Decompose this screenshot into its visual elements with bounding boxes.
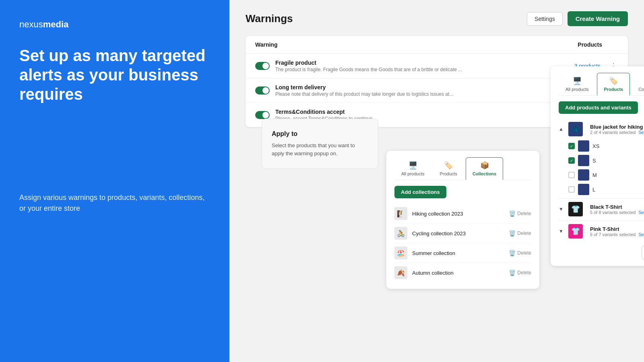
bottom-actions: Cancel Save bbox=[559, 246, 644, 259]
delete-autumn[interactable]: 🗑️ Delete bbox=[509, 269, 531, 276]
collection-name-autumn: Autumn collection bbox=[412, 270, 509, 276]
tab-products-collections[interactable]: 🏷️ Products bbox=[433, 157, 464, 180]
collection-icon-summer: 🏖️ bbox=[394, 247, 407, 259]
list-item: 🚴 Cycling collection 2023 🗑️ Delete bbox=[394, 224, 531, 243]
product-variants-black: 5 of 8 variants selected Select All bbox=[590, 210, 644, 215]
chevron-black[interactable]: ▼ bbox=[559, 206, 565, 212]
products-panel: 🖥️ All products 🏷️ Products 📦 Collection… bbox=[551, 66, 644, 266]
product-group-header-pink: ▼ 👕 Pink T-Shirt 6 of 7 variants selecte… bbox=[559, 220, 644, 241]
toggle-terms[interactable] bbox=[255, 111, 270, 119]
variant-row-m: M bbox=[559, 168, 644, 182]
tab-products-label2: Products bbox=[604, 87, 623, 92]
warning-name-delivery: Long term delivery bbox=[275, 84, 520, 90]
apply-to-box: Apply to Select the products that you wa… bbox=[262, 119, 378, 169]
collections-tab-bar: 🖥️ All products 🏷️ Products 📦 Collection… bbox=[394, 157, 531, 180]
tab-collections-label2: Collections bbox=[638, 87, 644, 92]
variant-row-xs: XS bbox=[559, 139, 644, 153]
variant-name-l: L bbox=[592, 187, 595, 193]
toggle-delivery[interactable] bbox=[255, 86, 270, 95]
all-products-icon: 🖥️ bbox=[409, 161, 417, 170]
collection-icon-hiking: 🧗 bbox=[394, 207, 407, 220]
list-item: 🍂 Autumn collection 🗑️ Delete bbox=[394, 263, 531, 282]
left-panel: nexusmedia Set up as many targeted alert… bbox=[0, 0, 229, 362]
product-name-group-pink: Pink T-Shirt 6 of 7 variants selected Se… bbox=[590, 226, 644, 237]
col-header-warning: Warning bbox=[255, 41, 522, 48]
add-collections-button[interactable]: Add collections bbox=[394, 186, 446, 198]
variant-thumb-l bbox=[578, 184, 589, 195]
checkbox-xs[interactable] bbox=[568, 143, 575, 149]
hero-text: Set up as many targeted alerts as your b… bbox=[19, 46, 210, 104]
cancel-button[interactable]: Cancel bbox=[642, 246, 644, 259]
chevron-jacket[interactable]: ▲ bbox=[559, 126, 565, 132]
create-warning-button[interactable]: Create Warning bbox=[568, 11, 628, 26]
add-products-button[interactable]: Add products and variants bbox=[559, 101, 638, 114]
warning-desc-fragile: The product is fragile. Fragile Goods me… bbox=[275, 67, 520, 72]
variant-row-l: L bbox=[559, 182, 644, 197]
list-item: 🏖️ Summer collection 🗑️ Delete bbox=[394, 243, 531, 263]
tab-products-products[interactable]: 🏷️ Products bbox=[597, 73, 630, 96]
sub-text: Assign various warnings to products, var… bbox=[19, 192, 210, 214]
variant-name-s: S bbox=[592, 158, 596, 164]
product-variants-jacket: 2 of 4 variants selected Select All bbox=[590, 130, 644, 135]
product-group-header-black: ▼ 👕 Black T-Shirt 5 of 8 variants select… bbox=[559, 198, 644, 219]
product-title-jacket: Blue jacket for hiking bbox=[590, 124, 644, 130]
delete-summer[interactable]: 🗑️ Delete bbox=[509, 250, 531, 256]
collection-icon-cycling: 🚴 bbox=[394, 227, 407, 240]
logo-bold: media bbox=[43, 19, 69, 29]
tab-all-label2: All products bbox=[566, 87, 588, 92]
variant-thumb-m bbox=[578, 169, 589, 181]
tab-all-products-collections[interactable]: 🖥️ All products bbox=[394, 157, 431, 180]
collection-name-hiking: Hiking collection 2023 bbox=[412, 211, 509, 217]
tab-all-products-products[interactable]: 🖥️ All products bbox=[559, 73, 595, 95]
select-all-black[interactable]: Select All bbox=[638, 210, 644, 215]
all-products-icon2: 🖥️ bbox=[573, 76, 582, 85]
collections-icon: 📦 bbox=[480, 161, 489, 170]
delete-hiking[interactable]: 🗑️ Delete bbox=[509, 210, 531, 217]
products-icon: 🏷️ bbox=[444, 161, 453, 170]
warning-info-delivery: Long term delivery Please note that deli… bbox=[275, 84, 520, 97]
product-group-jacket: ▲ 🧥 Blue jacket for hiking 2 of 4 varian… bbox=[559, 119, 644, 197]
logo: nexusmedia bbox=[19, 19, 210, 30]
collections-panel: 🖥️ All products 🏷️ Products 📦 Collection… bbox=[386, 151, 539, 289]
warning-desc-delivery: Please note that delivery of this produc… bbox=[275, 91, 520, 97]
top-actions: Settings Create Warning bbox=[527, 11, 628, 26]
collection-name-summer: Summer collection bbox=[412, 250, 509, 256]
products-icon2: 🏷️ bbox=[609, 76, 618, 85]
toggle-fragile[interactable] bbox=[255, 62, 270, 70]
collection-icon-autumn: 🍂 bbox=[394, 266, 407, 279]
warnings-table-header: Warning Products bbox=[246, 36, 628, 54]
variant-thumb-s bbox=[578, 155, 589, 166]
tab-collections[interactable]: 📦 Collections bbox=[466, 157, 503, 180]
product-name-group-black: Black T-Shirt 5 of 8 variants selected S… bbox=[590, 204, 644, 215]
variant-thumb-xs bbox=[578, 140, 589, 152]
settings-button[interactable]: Settings bbox=[527, 12, 563, 26]
variant-row-s: S bbox=[559, 153, 644, 168]
select-all-pink[interactable]: Select All bbox=[638, 232, 644, 237]
col-header-products: Products bbox=[522, 41, 602, 48]
list-item: 🧗 Hiking collection 2023 🗑️ Delete bbox=[394, 204, 531, 224]
page-title: Warnings bbox=[246, 12, 293, 25]
apply-to-desc: Select the products that you want to app… bbox=[272, 142, 368, 157]
tab-collections-products[interactable]: 📦 Collections bbox=[632, 73, 644, 95]
variant-name-m: M bbox=[592, 172, 597, 178]
warning-name-fragile: Fragile product bbox=[275, 60, 520, 66]
checkbox-s[interactable] bbox=[568, 157, 575, 164]
tab-products-label: Products bbox=[440, 171, 457, 176]
product-name-group-jacket: Blue jacket for hiking 2 of 4 variants s… bbox=[590, 124, 644, 135]
checkbox-l[interactable] bbox=[568, 186, 575, 193]
chevron-pink[interactable]: ▼ bbox=[559, 228, 565, 234]
tab-all-products-label: All products bbox=[401, 171, 424, 176]
apply-to-title: Apply to bbox=[272, 130, 368, 138]
product-title-pink: Pink T-Shirt bbox=[590, 226, 644, 232]
warning-info-fragile: Fragile product The product is fragile. … bbox=[275, 60, 520, 72]
collection-name-cycling: Cycling collection 2023 bbox=[412, 230, 509, 237]
product-group-header-jacket: ▲ 🧥 Blue jacket for hiking 2 of 4 varian… bbox=[559, 119, 644, 139]
checkbox-m[interactable] bbox=[568, 172, 575, 178]
products-tab-bar: 🖥️ All products 🏷️ Products 📦 Collection… bbox=[559, 73, 644, 96]
logo-prefix: nexus bbox=[19, 19, 43, 29]
select-all-jacket[interactable]: Select All bbox=[638, 130, 644, 135]
product-title-black: Black T-Shirt bbox=[590, 204, 644, 210]
product-variants-pink: 6 of 7 variants selected Select All bbox=[590, 232, 644, 237]
delete-cycling[interactable]: 🗑️ Delete bbox=[509, 230, 531, 237]
warning-name-terms: Terms&Conditions accept bbox=[275, 109, 520, 115]
